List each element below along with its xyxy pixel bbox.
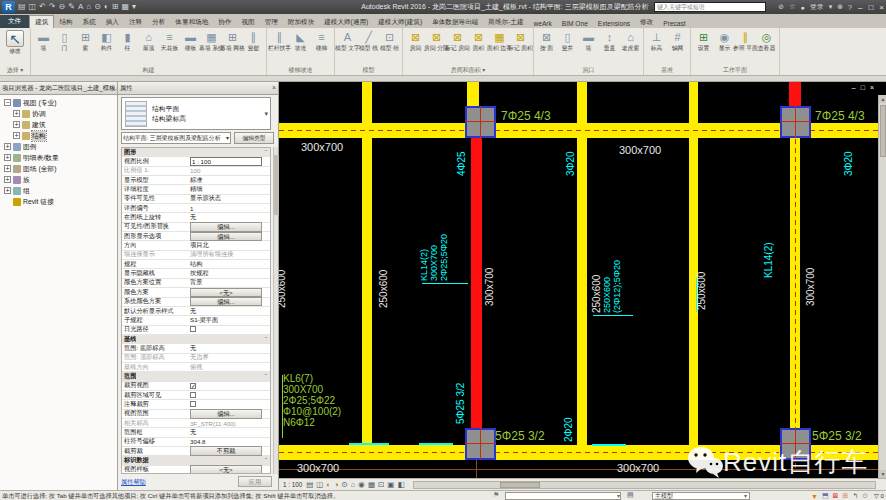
statusbar-icon-0[interactable]: ▼: [811, 493, 818, 500]
property-value[interactable]: 304.8: [188, 438, 270, 445]
qat-icon-8[interactable]: ⊙: [94, 1, 101, 13]
ribbon-button-5-0[interactable]: ⊠按 面: [536, 29, 557, 51]
property-value[interactable]: 项目北: [188, 241, 270, 250]
qat-icon-1[interactable]: ◫: [29, 1, 37, 13]
tab-插入[interactable]: 插入: [101, 16, 124, 28]
ribbon-button-6-1[interactable]: #轴网: [667, 29, 688, 51]
property-value[interactable]: [188, 392, 270, 399]
column-2[interactable]: [465, 428, 496, 460]
infocenter-icon-5[interactable]: ⊗: [837, 3, 843, 11]
column-0[interactable]: [465, 106, 496, 138]
selection-filter-count[interactable]: ▽ 0: [874, 491, 884, 500]
vertical-scrollbar[interactable]: ▲ ▼: [878, 95, 886, 478]
ribbon-button-4-1[interactable]: ⊠房间 分隔: [426, 29, 447, 51]
viewbar-icon-3[interactable]: ◑: [334, 480, 339, 489]
qat-icon-9[interactable]: ◐: [104, 1, 109, 13]
beam-annotation-27[interactable]: 2Φ25;5Φ22: [283, 396, 335, 406]
statusbar-icon-4[interactable]: ↰: [852, 492, 858, 500]
ribbon-button-1-8[interactable]: ▦幕墙 系统: [201, 29, 222, 51]
ribbon-button-7-1[interactable]: ◉显示: [714, 29, 735, 51]
beam-annotation-21[interactable]: 7Φ25 4/3: [501, 110, 551, 122]
section-collapse-icon[interactable]: ˆ: [265, 373, 267, 380]
property-value-button[interactable]: <无>: [190, 288, 262, 298]
qat-icon-7[interactable]: ⌂: [86, 1, 91, 13]
ribbon-group-label-7[interactable]: 工作平面: [691, 66, 779, 75]
beam-red-4[interactable]: [471, 138, 482, 428]
beam-annotation-18[interactable]: 2Φ25;5Φ20: [440, 234, 449, 281]
ribbon-button-5-2[interactable]: ▬墙: [578, 29, 599, 51]
infocenter-icon-1[interactable]: ☆: [789, 3, 795, 11]
expand-icon[interactable]: +: [4, 143, 11, 150]
ribbon-button-4-4[interactable]: ▦面积 边界: [489, 29, 510, 51]
close-icon[interactable]: ×: [272, 82, 276, 94]
scrollbar-thumb[interactable]: [880, 105, 886, 157]
view-minimize-icon[interactable]: –: [852, 84, 856, 91]
qat-icon-3[interactable]: ↷: [49, 1, 56, 13]
property-row-6[interactable]: 详图编号1: [122, 204, 270, 213]
browser-item-7[interactable]: +族: [2, 174, 117, 185]
browser-item-1[interactable]: +协调: [2, 108, 117, 119]
property-value[interactable]: 无: [188, 344, 270, 353]
browser-item-4[interactable]: +图例: [2, 141, 117, 152]
project-browser-title[interactable]: 项目浏览器 - 龙岗二医院项目_土建_模板.rvt ×: [0, 82, 117, 95]
qat-icon-2[interactable]: ↶: [39, 1, 46, 13]
browser-item-5[interactable]: +明细表/数量: [2, 152, 117, 163]
ribbon-group-label-3[interactable]: 模型: [335, 66, 402, 75]
property-row-32[interactable]: 截剪裁不剪裁: [122, 447, 270, 456]
property-value[interactable]: 标准: [188, 176, 270, 185]
property-value[interactable]: 编辑...: [188, 409, 270, 419]
viewbar-icon-10[interactable]: ◧: [397, 480, 404, 489]
property-row-4[interactable]: 详细程度精细: [122, 185, 270, 194]
beam-annotation-16[interactable]: KL14(2): [420, 249, 429, 281]
tab-建模大师(建筑)[interactable]: 建模大师(建筑): [373, 16, 427, 28]
beam-red-7[interactable]: [789, 82, 801, 108]
worksharing-request-box[interactable]: ▾: [505, 492, 621, 500]
beam-2[interactable]: [362, 82, 372, 460]
property-value[interactable]: 编辑...: [188, 222, 270, 232]
tab-修改[interactable]: 修改: [635, 16, 658, 28]
viewbar-icon-0[interactable]: ▤: [306, 480, 313, 489]
properties-help-link[interactable]: 属性帮助: [121, 478, 146, 487]
checkbox-unchecked[interactable]: [190, 401, 196, 407]
ribbon-button-4-0[interactable]: ⊠房间: [405, 29, 426, 51]
property-value[interactable]: 1: [188, 205, 270, 212]
infocenter-icon-0[interactable]: ⊘: [778, 3, 784, 11]
property-row-1[interactable]: 视图比例1 : 100: [122, 157, 270, 166]
property-row-28[interactable]: 视图范围编辑...: [122, 410, 270, 419]
beam-annotation-17[interactable]: 300X700: [430, 245, 439, 281]
property-value[interactable]: 无: [188, 213, 270, 222]
expand-icon[interactable]: +: [13, 121, 20, 128]
view-scale-button[interactable]: 1 : 100: [279, 481, 306, 488]
properties-scrollbar[interactable]: [273, 147, 278, 474]
beam-3[interactable]: [467, 82, 479, 108]
property-value[interactable]: 1 : 100: [188, 157, 270, 166]
viewbar-icon-4[interactable]: ⊙: [342, 480, 348, 489]
infocenter-icon-4[interactable]: ▾: [829, 3, 833, 11]
browser-item-9[interactable]: Revit 链接: [2, 196, 117, 207]
property-value[interactable]: S1-梁平面: [188, 316, 270, 325]
checkbox-unchecked[interactable]: [190, 392, 196, 398]
property-row-18[interactable]: 子规程S1-梁平面: [122, 316, 270, 325]
beam-annotation-26[interactable]: 300X700: [283, 385, 323, 395]
property-value-button[interactable]: 编辑...: [190, 222, 262, 232]
tab-系统[interactable]: 系统: [78, 16, 101, 28]
ribbon-button-7-3[interactable]: ◎查看器: [756, 29, 777, 51]
browser-item-6[interactable]: +图纸 (全部): [2, 163, 117, 174]
infocenter-icon-3[interactable]: 登录: [810, 2, 824, 12]
scroll-up-icon[interactable]: ▲: [879, 95, 886, 103]
ribbon-button-0-0[interactable]: ↖修改: [2, 29, 28, 54]
viewbar-icon-9[interactable]: ▣: [387, 480, 394, 489]
browser-item-0[interactable]: −视图 (专业): [2, 97, 117, 108]
ribbon-button-2-1[interactable]: ◣坡道: [290, 29, 311, 51]
tab-注释[interactable]: 注释: [124, 16, 147, 28]
tab-视图[interactable]: 视图: [236, 16, 259, 28]
checkbox-checked[interactable]: ✓: [190, 383, 196, 389]
ribbon-group-label-1[interactable]: 构建: [31, 66, 266, 75]
tab-分析[interactable]: 分析: [147, 16, 170, 28]
property-row-19[interactable]: 日光路径: [122, 326, 270, 335]
beam-annotation-25[interactable]: KL6(7): [283, 374, 313, 384]
property-value-button[interactable]: 编辑...: [190, 232, 262, 242]
qat-icon-11[interactable]: ▦: [121, 1, 129, 13]
column-1[interactable]: [780, 106, 811, 138]
property-value[interactable]: ✓: [188, 382, 270, 389]
